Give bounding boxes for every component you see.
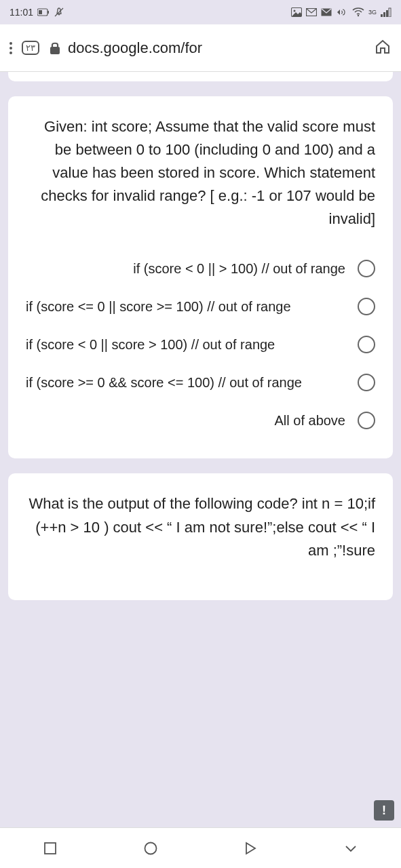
- question-1-text: Given: int score; Assume that the valid …: [26, 115, 375, 231]
- svg-point-5: [293, 10, 295, 12]
- menu-icon[interactable]: [9, 42, 12, 54]
- question-card-2: What is the output of the following code…: [8, 473, 393, 599]
- option-1-label: if (score < 0 || > 100) // out of range: [26, 259, 345, 278]
- radio-button[interactable]: [358, 374, 375, 391]
- image-icon: [291, 7, 302, 17]
- svg-rect-11: [386, 10, 388, 17]
- svg-rect-2: [39, 10, 42, 14]
- svg-point-8: [358, 15, 359, 16]
- url-text: docs.google.com/for: [68, 39, 202, 57]
- status-time: 11:01: [9, 7, 33, 18]
- option-row-1[interactable]: if (score < 0 || > 100) // out of range: [26, 250, 375, 288]
- question-card-1: Given: int score; Assume that the valid …: [8, 96, 393, 458]
- lock-icon: [49, 41, 61, 55]
- feedback-button[interactable]: !: [374, 800, 394, 821]
- network-type: 3G: [368, 9, 377, 16]
- tab-count-button[interactable]: ٢٣: [22, 41, 39, 55]
- system-nav-bar: [0, 827, 401, 868]
- svg-rect-10: [383, 12, 385, 17]
- option-row-4[interactable]: if (score >= 0 && score <= 100) // out o…: [26, 363, 375, 401]
- option-5-label: All of above: [26, 411, 345, 430]
- mail-icon-1: [306, 8, 317, 16]
- option-3-label: if (score < 0 || score > 100) // out of …: [26, 335, 345, 354]
- status-right: 3G: [291, 7, 392, 17]
- previous-card-fragment: [8, 72, 393, 81]
- browser-address-bar: ٢٣ docs.google.com/for: [0, 24, 401, 72]
- svg-rect-14: [45, 843, 56, 854]
- radio-button[interactable]: [358, 412, 375, 429]
- status-left: 11:01: [9, 7, 64, 18]
- option-row-5[interactable]: All of above: [26, 401, 375, 439]
- radio-button[interactable]: [358, 298, 375, 315]
- mail-icon-2: [321, 8, 332, 16]
- battery-icon: [37, 8, 50, 16]
- url-area[interactable]: docs.google.com/for: [49, 39, 364, 57]
- signal-icon: [381, 7, 392, 17]
- volte-icon: [336, 8, 348, 16]
- option-row-2[interactable]: if (score <= 0 || score >= 100) // out o…: [26, 288, 375, 326]
- nav-back-button[interactable]: [243, 841, 258, 856]
- nav-home-button[interactable]: [143, 841, 158, 856]
- svg-rect-13: [50, 47, 60, 54]
- radio-button[interactable]: [358, 336, 375, 353]
- wifi-icon: [352, 7, 364, 17]
- option-2-label: if (score <= 0 || score >= 100) // out o…: [26, 297, 345, 316]
- question-2-text: What is the output of the following code…: [26, 492, 375, 561]
- nav-recent-button[interactable]: [43, 841, 58, 856]
- page-body: Given: int score; Assume that the valid …: [0, 72, 401, 827]
- option-row-3[interactable]: if (score < 0 || score > 100) // out of …: [26, 326, 375, 363]
- svg-rect-1: [47, 11, 49, 14]
- svg-rect-12: [389, 8, 391, 17]
- option-4-label: if (score >= 0 && score <= 100) // out o…: [26, 373, 345, 392]
- nav-dropdown-button[interactable]: [343, 841, 358, 856]
- svg-point-15: [145, 842, 156, 854]
- svg-rect-9: [381, 14, 383, 17]
- mute-icon: [54, 7, 64, 18]
- radio-button[interactable]: [358, 260, 375, 277]
- home-icon[interactable]: [374, 38, 392, 58]
- status-bar: 11:01 3G: [0, 0, 401, 24]
